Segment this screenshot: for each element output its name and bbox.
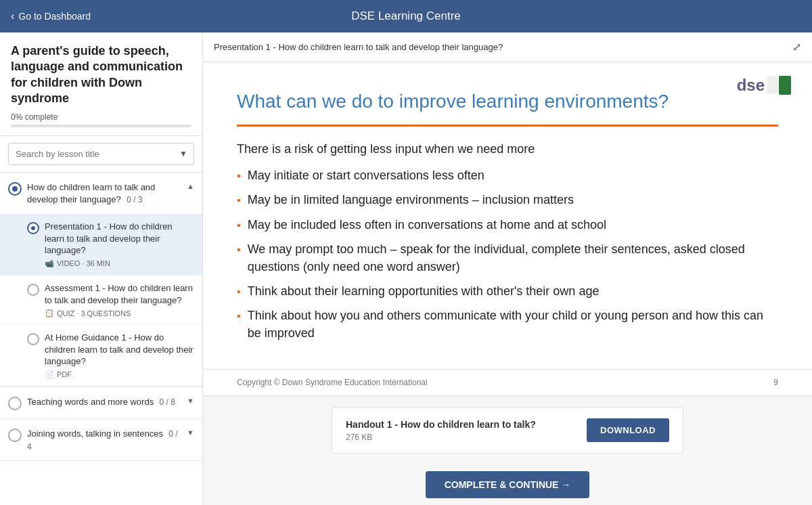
back-label: Go to Dashboard (18, 11, 91, 22)
section-info-1: How do children learn to talk and develo… (27, 181, 181, 206)
bottom-area: Handout 1 - How do children learn to tal… (203, 395, 812, 464)
continue-button[interactable]: COMPLETE & CONTINUE → (426, 471, 590, 498)
expand-icon-3[interactable]: ▼ (187, 429, 194, 437)
lesson-title-2: Assessment 1 - How do children learn to … (45, 282, 194, 306)
lesson-circle-1 (27, 222, 39, 234)
lesson-list-1: Presentation 1 - How do children learn t… (0, 214, 202, 386)
sidebar-header: A parent's guide to speech, language and… (0, 32, 202, 136)
video-icon: 📹 (45, 259, 54, 268)
lesson-meta-1: 📹 VIDEO · 36 MIN (45, 259, 194, 268)
section-header-2[interactable]: Teaching words and more words 0 / 8 ▼ (0, 387, 202, 418)
bullet-item-2: May be in limited language environments … (237, 191, 778, 208)
section-circle-1 (8, 182, 22, 196)
section-item-1: How do children learn to talk and develo… (0, 173, 202, 387)
breadcrumb-text: Presentation 1 - How do children learn t… (214, 42, 503, 52)
lesson-item-1[interactable]: Presentation 1 - How do children learn t… (0, 214, 202, 276)
collapse-icon-1[interactable]: ▲ (187, 182, 194, 190)
section-count-1: 0 / 3 (127, 195, 142, 204)
section-title-2: Teaching words and more words (27, 397, 154, 407)
bullet-item-5: Think about their learning opportunities… (237, 282, 778, 300)
top-nav: ‹ Go to Dashboard DSE Learning Centre (0, 0, 812, 32)
bullet-list: May initiate or start conversations less… (237, 167, 778, 342)
download-button[interactable]: DOWNLOAD (587, 418, 669, 442)
sidebar-content: How do children learn to talk and develo… (0, 173, 202, 505)
lesson-circle-2 (27, 284, 39, 296)
footer-page: 9 (773, 378, 778, 387)
lesson-item-2[interactable]: Assessment 1 - How do children learn to … (0, 276, 202, 325)
dse-book-icon (767, 76, 792, 95)
lesson-meta-2: 📋 QUIZ · 3 QUESTIONS (45, 309, 194, 317)
progress-bar (11, 125, 191, 127)
bullet-item-4: We may prompt too much – speak for the i… (237, 240, 778, 276)
chevron-left-icon: ‹ (11, 10, 14, 22)
slide-footer: Copyright © Down Syndrome Education Inte… (203, 369, 812, 395)
slide-heading: What can we do to improve learning envir… (237, 89, 778, 114)
lesson-type-3: PDF (57, 370, 72, 378)
lesson-title-3: At Home Guidance 1 - How do children lea… (45, 332, 194, 368)
expand-icon[interactable]: ⤢ (792, 41, 801, 53)
lesson-item-3[interactable]: At Home Guidance 1 - How do children lea… (0, 325, 202, 387)
slide-area: dse What can we do to improve learning e… (203, 62, 812, 395)
search-container[interactable]: ▼ (0, 136, 202, 173)
dse-text: dse (737, 76, 765, 95)
section-info-2: Teaching words and more words 0 / 8 (27, 395, 181, 408)
section-header-3[interactable]: Joining words, talking in sentences 0 / … (0, 419, 202, 460)
slide-content: dse What can we do to improve learning e… (203, 62, 812, 369)
section-circle-3 (8, 429, 22, 442)
main-layout: A parent's guide to speech, language and… (0, 32, 812, 505)
section-item-3: Joining words, talking in sentences 0 / … (0, 419, 202, 461)
content-area: Presentation 1 - How do children learn t… (203, 32, 812, 505)
handout-title: Handout 1 - How do children learn to tal… (346, 419, 536, 430)
book-page (767, 76, 777, 93)
continue-bar: COMPLETE & CONTINUE → (203, 464, 812, 505)
expand-icon-2[interactable]: ▼ (187, 397, 194, 405)
bullet-item-1: May initiate or start conversations less… (237, 167, 778, 184)
handout-info: Handout 1 - How do children learn to tal… (346, 419, 536, 442)
course-title: A parent's guide to speech, language and… (11, 43, 191, 107)
bullet-item-6: Think about how you and others communica… (237, 307, 778, 342)
lesson-type-2: QUIZ · 3 QUESTIONS (57, 309, 131, 317)
section-title-3: Joining words, talking in sentences (27, 429, 163, 439)
section-header-1[interactable]: How do children learn to talk and develo… (0, 173, 202, 215)
search-input[interactable] (8, 143, 194, 165)
book-cover (779, 76, 791, 95)
section-info-3: Joining words, talking in sentences 0 / … (27, 427, 181, 452)
section-item-2: Teaching words and more words 0 / 8 ▼ (0, 387, 202, 419)
handout-card: Handout 1 - How do children learn to tal… (332, 407, 683, 454)
sidebar: A parent's guide to speech, language and… (0, 32, 203, 505)
footer-copyright: Copyright © Down Syndrome Education Inte… (237, 378, 428, 387)
progress-text: 0% complete (11, 112, 191, 122)
pdf-icon: 📄 (45, 370, 54, 379)
app-title: DSE Learning Centre (351, 9, 461, 23)
section-count-2: 0 / 8 (160, 397, 175, 407)
handout-size: 276 KB (346, 433, 536, 442)
content-breadcrumb: Presentation 1 - How do children learn t… (203, 32, 812, 62)
lesson-info-3: At Home Guidance 1 - How do children lea… (45, 332, 194, 379)
lesson-meta-3: 📄 PDF (45, 370, 194, 379)
lesson-type-1: VIDEO · 36 MIN (57, 259, 110, 267)
bullet-item-3: May be included less often in conversati… (237, 216, 778, 234)
lesson-info-2: Assessment 1 - How do children learn to … (45, 282, 194, 317)
dse-logo: dse (737, 76, 792, 95)
slide-body: There is a risk of getting less input wh… (237, 140, 778, 342)
lesson-info-1: Presentation 1 - How do children learn t… (45, 221, 194, 268)
slide-intro: There is a risk of getting less input wh… (237, 140, 778, 158)
lesson-title-1: Presentation 1 - How do children learn t… (45, 221, 194, 257)
lesson-circle-3 (27, 333, 39, 345)
quiz-icon: 📋 (45, 309, 54, 317)
progress-container: 0% complete (11, 112, 191, 127)
slide-divider (237, 125, 778, 127)
back-button[interactable]: ‹ Go to Dashboard (11, 10, 91, 22)
section-circle-2 (8, 397, 22, 410)
